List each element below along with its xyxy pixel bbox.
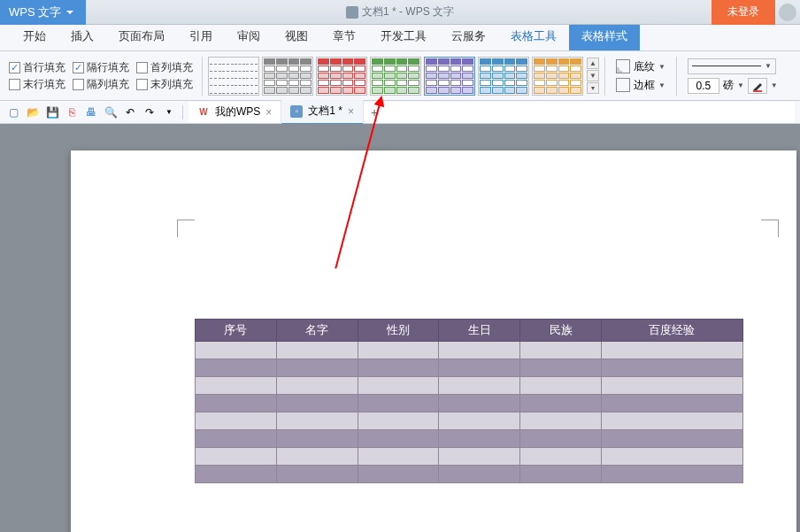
table-cell[interactable] <box>439 448 520 466</box>
table-style-thumb[interactable] <box>316 57 367 96</box>
checkbox[interactable] <box>9 79 20 90</box>
table-row[interactable] <box>196 430 743 448</box>
close-icon[interactable]: × <box>265 106 272 119</box>
table-cell[interactable] <box>276 395 358 412</box>
table-cell[interactable] <box>358 395 439 412</box>
gallery-down-button[interactable]: ▼ <box>587 70 599 81</box>
table-cell[interactable] <box>520 412 602 430</box>
table-cell[interactable] <box>358 377 439 395</box>
border-button[interactable]: 边框 ▼ <box>616 78 665 93</box>
checkbox[interactable] <box>73 62 84 73</box>
new-icon[interactable]: ▢ <box>5 104 21 120</box>
table-cell[interactable] <box>196 359 277 377</box>
gallery-up-button[interactable]: ▲ <box>587 58 599 69</box>
table-cell[interactable] <box>196 412 277 430</box>
print-preview-icon[interactable]: 🔍 <box>103 104 119 120</box>
table-cell[interactable] <box>358 466 439 483</box>
table-cell[interactable] <box>439 466 520 483</box>
shading-button[interactable]: 底纹 ▼ <box>616 59 665 74</box>
fill-option[interactable]: 末列填充 <box>136 77 193 92</box>
table-style-thumb[interactable] <box>370 57 421 96</box>
table-cell[interactable] <box>276 466 358 483</box>
table-cell[interactable] <box>520 395 602 412</box>
document-table[interactable]: 序号名字性别生日民族百度经验 <box>195 319 743 483</box>
table-header-cell[interactable]: 序号 <box>196 320 277 342</box>
doc-tab[interactable]: ▫文档1 *× <box>281 100 364 125</box>
table-cell[interactable] <box>439 412 520 430</box>
table-cell[interactable] <box>520 359 602 377</box>
table-cell[interactable] <box>358 342 439 359</box>
table-header-cell[interactable]: 生日 <box>439 320 520 342</box>
menu-item[interactable]: 开发工具 <box>368 23 439 50</box>
table-cell[interactable] <box>520 466 602 483</box>
chevron-down-icon[interactable]: ▼ <box>771 81 778 89</box>
menu-item[interactable]: 视图 <box>273 23 320 50</box>
menu-item[interactable]: 表格样式 <box>569 23 640 50</box>
line-width-input[interactable] <box>688 78 719 94</box>
checkbox[interactable] <box>73 79 84 90</box>
menu-item[interactable]: 审阅 <box>225 23 273 50</box>
menu-item[interactable]: 引用 <box>177 23 225 50</box>
table-header-cell[interactable]: 百度经验 <box>601 320 742 342</box>
table-cell[interactable] <box>358 359 439 377</box>
menu-item[interactable]: 云服务 <box>439 23 498 50</box>
menu-item[interactable]: 开始 <box>11 23 58 50</box>
table-cell[interactable] <box>276 412 358 430</box>
table-cell[interactable] <box>601 412 742 430</box>
table-header-cell[interactable]: 民族 <box>520 320 602 342</box>
table-cell[interactable] <box>276 448 358 466</box>
user-avatar-icon[interactable] <box>779 4 796 21</box>
table-cell[interactable] <box>520 377 602 395</box>
chevron-down-icon[interactable]: ▼ <box>737 81 744 89</box>
table-cell[interactable] <box>520 430 602 448</box>
table-cell[interactable] <box>601 466 742 483</box>
fill-option[interactable]: 末行填充 <box>9 77 65 92</box>
table-row[interactable] <box>196 412 743 430</box>
table-cell[interactable] <box>196 430 277 448</box>
checkbox[interactable] <box>9 62 20 73</box>
table-style-thumb[interactable] <box>532 57 583 96</box>
table-cell[interactable] <box>601 377 742 395</box>
table-cell[interactable] <box>358 412 439 430</box>
pen-color-icon[interactable] <box>748 78 767 94</box>
table-cell[interactable] <box>520 342 602 359</box>
table-cell[interactable] <box>439 359 520 377</box>
fill-option[interactable]: 隔列填充 <box>73 77 129 92</box>
gallery-more-button[interactable]: ▾ <box>587 82 599 94</box>
table-cell[interactable] <box>601 430 742 448</box>
table-cell[interactable] <box>601 395 742 412</box>
table-cell[interactable] <box>601 342 742 359</box>
export-pdf-icon[interactable]: ⎘ <box>64 104 80 120</box>
line-style-dropdown[interactable]: ▼ <box>688 58 776 74</box>
table-cell[interactable] <box>601 448 742 466</box>
table-cell[interactable] <box>439 430 520 448</box>
save-icon[interactable]: 💾 <box>44 104 60 120</box>
table-cell[interactable] <box>276 430 358 448</box>
print-icon[interactable]: 🖶 <box>83 104 99 120</box>
fill-option[interactable]: 首行填充 <box>9 60 65 75</box>
table-cell[interactable] <box>196 466 277 483</box>
table-cell[interactable] <box>196 342 277 359</box>
document-canvas[interactable]: 序号名字性别生日民族百度经验 <box>0 124 800 532</box>
login-button[interactable]: 未登录 <box>712 0 775 25</box>
table-cell[interactable] <box>439 395 520 412</box>
table-row[interactable] <box>196 395 743 412</box>
table-cell[interactable] <box>196 395 277 412</box>
close-icon[interactable]: × <box>348 105 354 118</box>
menu-item[interactable]: 章节 <box>320 23 368 50</box>
qat-dropdown-icon[interactable]: ▼ <box>161 104 177 120</box>
fill-option[interactable]: 首列填充 <box>136 60 193 75</box>
table-cell[interactable] <box>196 448 277 466</box>
table-style-thumb[interactable] <box>424 57 475 96</box>
table-cell[interactable] <box>276 377 358 395</box>
table-cell[interactable] <box>276 342 358 359</box>
table-cell[interactable] <box>276 359 358 377</box>
table-cell[interactable] <box>439 377 520 395</box>
table-style-thumb[interactable] <box>478 57 529 96</box>
table-row[interactable] <box>196 342 743 359</box>
menu-item[interactable]: 插入 <box>58 23 106 50</box>
table-style-thumb[interactable] <box>262 57 313 96</box>
table-row[interactable] <box>196 359 743 377</box>
table-cell[interactable] <box>196 377 277 395</box>
app-menu-button[interactable]: WPS 文字 <box>0 0 86 25</box>
